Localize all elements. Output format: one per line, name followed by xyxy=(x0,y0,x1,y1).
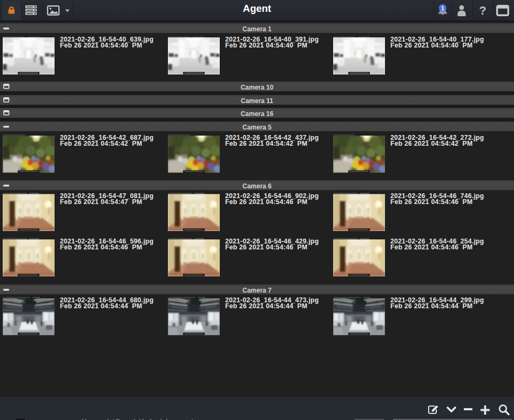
svg-text:1: 1 xyxy=(441,5,444,11)
